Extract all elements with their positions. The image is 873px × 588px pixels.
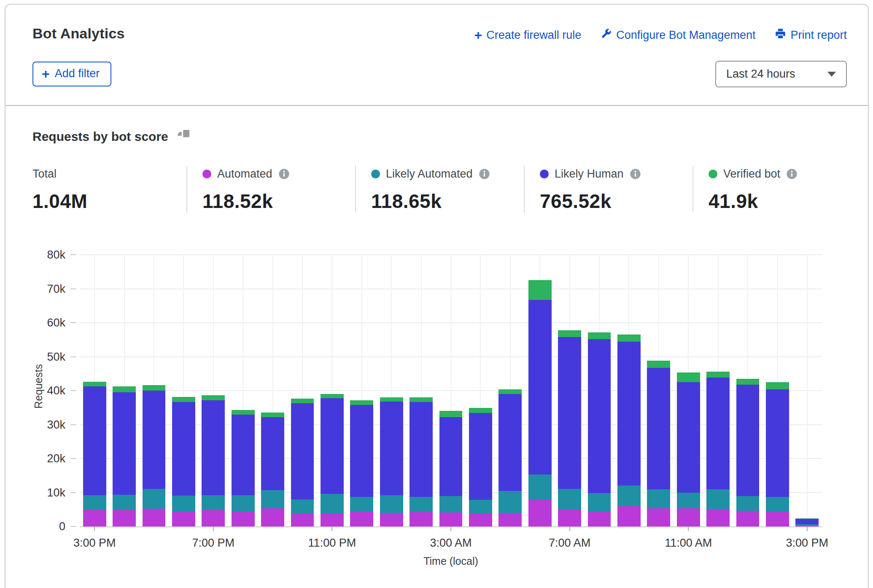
bar-segment-verified-bot: [113, 386, 136, 392]
x-axis-tick-mark: [688, 526, 689, 531]
bar-segment-likely-human: [469, 413, 492, 500]
plot-area: 010k20k30k40k50k60k70k80k3:00 PM7:00 PM1…: [80, 256, 822, 527]
bar-segment-verified-bot: [143, 385, 166, 391]
info-icon[interactable]: [630, 168, 641, 180]
print-report-link[interactable]: Print report: [775, 28, 847, 42]
bar-segment-likely-automated: [469, 500, 492, 513]
chart-bar[interactable]: [677, 372, 700, 526]
y-axis-tick-mark: [70, 390, 76, 391]
bot-analytics-card: Bot Analytics + Create firewall rule Con…: [5, 4, 869, 588]
chart-bar[interactable]: [83, 382, 106, 526]
bar-segment-likely-automated: [528, 475, 552, 499]
chart-bar[interactable]: [647, 361, 670, 526]
chart-bar[interactable]: [795, 518, 819, 526]
chart-bar[interactable]: [706, 372, 730, 526]
plot-wrap: 010k20k30k40k50k60k70k80k3:00 PM7:00 PM1…: [80, 256, 822, 567]
bar-segment-verified-bot: [469, 408, 492, 413]
y-axis-tick-mark: [70, 526, 76, 527]
chart-bar[interactable]: [498, 389, 522, 526]
bar-segment-automated: [736, 511, 760, 526]
create-firewall-rule-link[interactable]: + Create firewall rule: [474, 29, 581, 42]
bar-segment-likely-human: [795, 519, 819, 525]
info-icon[interactable]: [786, 168, 798, 180]
chart-bar[interactable]: [439, 411, 463, 526]
bar-segment-verified-bot: [261, 413, 284, 417]
bar-segment-likely-human: [261, 417, 284, 490]
y-axis-tick-label: 0: [59, 520, 65, 533]
chart-bar[interactable]: [143, 385, 166, 526]
stat-verified-bot-label: Verified bot: [723, 167, 780, 181]
add-filter-button[interactable]: + Add filter: [32, 62, 111, 86]
bar-segment-likely-automated: [143, 489, 166, 509]
bar-segment-likely-human: [528, 300, 552, 475]
chart-bar[interactable]: [202, 395, 225, 527]
stat-likely-human: Likely Human 765.52k: [524, 166, 692, 213]
bar-segment-automated: [410, 512, 433, 526]
bar-segment-likely-human: [647, 368, 670, 489]
bar-segment-automated: [350, 512, 373, 526]
chart-bar[interactable]: [766, 382, 789, 526]
bar-segment-verified-bot: [380, 397, 403, 402]
chart-bar[interactable]: [617, 334, 641, 526]
chart-bar[interactable]: [291, 399, 314, 526]
bar-segment-automated: [291, 513, 314, 526]
bar-segment-verified-bot: [588, 332, 611, 339]
stat-automated-label: Automated: [217, 167, 272, 181]
bar-segment-verified-bot: [439, 411, 463, 417]
stat-total-value: 1.04M: [32, 190, 186, 213]
bar-segment-likely-automated: [350, 497, 373, 512]
configure-bot-management-label: Configure Bot Management: [616, 29, 755, 42]
bar-segment-likely-human: [113, 392, 136, 495]
y-axis-tick-mark: [70, 289, 76, 289]
chart-bar[interactable]: [558, 330, 581, 526]
pie-chart-icon: [176, 130, 189, 143]
bar-segment-likely-human: [380, 402, 403, 495]
configure-bot-management-link[interactable]: Configure Bot Management: [601, 28, 755, 42]
requests-chart: Requests 010k20k30k40k50k60k70k80k3:00 P…: [32, 256, 847, 567]
bar-segment-likely-automated: [202, 495, 225, 510]
stat-likely-human-label: Likely Human: [555, 167, 624, 181]
bar-segment-likely-human: [498, 394, 522, 491]
bar-segment-likely-automated: [439, 496, 463, 512]
chart-bar[interactable]: [736, 379, 760, 526]
chart-bar[interactable]: [172, 397, 195, 526]
bar-segment-automated: [172, 511, 195, 526]
bar-segment-automated: [202, 510, 225, 526]
stat-likely-automated: Likely Automated 118.65k: [355, 166, 524, 213]
add-filter-label: Add filter: [55, 67, 100, 80]
chart-bar[interactable]: [380, 397, 403, 526]
chart-bar[interactable]: [261, 413, 284, 526]
bar-segment-likely-automated: [261, 490, 284, 508]
wrench-icon: [601, 28, 612, 42]
bar-segment-verified-bot: [83, 382, 106, 386]
chart-bar[interactable]: [113, 386, 136, 526]
x-axis-tick-label: 3:00 PM: [73, 537, 116, 550]
info-icon[interactable]: [278, 168, 290, 180]
chart-bar[interactable]: [528, 280, 552, 526]
gridline-horizontal: [80, 254, 822, 255]
print-report-label: Print report: [790, 29, 847, 42]
chart-bar[interactable]: [232, 410, 255, 526]
x-axis-tick-label: 7:00 PM: [192, 537, 235, 550]
chart-bar[interactable]: [410, 397, 433, 526]
info-icon[interactable]: [479, 168, 490, 180]
likely-human-legend-dot: [540, 170, 549, 178]
bar-segment-automated: [321, 513, 344, 526]
bar-segment-verified-bot: [736, 379, 760, 385]
bar-segment-automated: [795, 526, 819, 526]
y-axis-tick-label: 70k: [47, 282, 65, 295]
bar-segment-automated: [706, 509, 730, 526]
chart-bar[interactable]: [469, 408, 492, 526]
stats-row: Total 1.04M Automated 118.52k Likely Aut…: [32, 166, 847, 213]
bar-segment-likely-human: [439, 417, 463, 496]
chart-bar[interactable]: [350, 400, 373, 526]
time-range-dropdown[interactable]: Last 24 hours: [715, 61, 847, 87]
y-axis-tick-mark: [70, 492, 76, 493]
chart-bar[interactable]: [588, 332, 611, 526]
chart-bar[interactable]: [321, 394, 344, 526]
y-axis-tick-mark: [70, 458, 76, 459]
y-axis-tick-label: 80k: [47, 248, 65, 262]
bar-segment-automated: [588, 511, 611, 526]
bar-segment-likely-automated: [588, 493, 611, 511]
x-axis-tick-mark: [807, 526, 808, 531]
